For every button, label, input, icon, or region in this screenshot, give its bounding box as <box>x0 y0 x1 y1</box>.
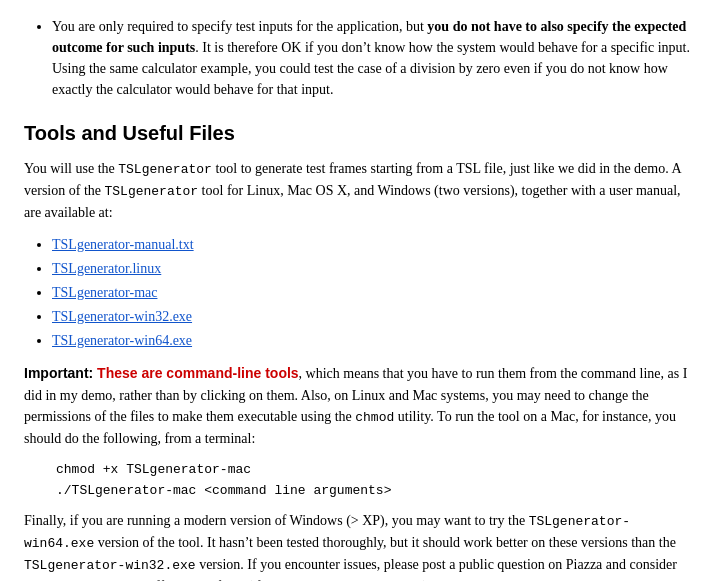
final-part1: Finally, if you are running a modern ver… <box>24 513 529 528</box>
final-paragraph: Finally, if you are running a modern ver… <box>24 510 695 581</box>
final-part2: version of the tool. It hasn’t been test… <box>94 535 676 550</box>
important-label: Important: <box>24 365 97 381</box>
list-item: TSLgenerator-win64.exe <box>52 330 695 351</box>
link-manual[interactable]: TSLgenerator-manual.txt <box>52 237 194 252</box>
chmod-mono: chmod <box>355 410 394 425</box>
code-line-2: ./TSLgenerator-mac <command line argumen… <box>56 481 695 502</box>
tsl-generator-mono-1: TSLgenerator <box>118 162 212 177</box>
tsl-generator-mono-2: TSLgenerator <box>104 184 198 199</box>
list-item: TSLgenerator.linux <box>52 258 695 279</box>
code-block: chmod +x TSLgenerator-mac ./TSLgenerator… <box>56 460 695 502</box>
bullet-section: You are only required to specify test in… <box>24 16 695 100</box>
link-win64[interactable]: TSLgenerator-win64.exe <box>52 333 192 348</box>
link-mac[interactable]: TSLgenerator-mac <box>52 285 157 300</box>
intro-paragraph: You will use the TSLgenerator tool to ge… <box>24 158 695 224</box>
list-item: TSLgenerator-mac <box>52 282 695 303</box>
list-item: TSLgenerator-win32.exe <box>52 306 695 327</box>
intro-part1: You will use the <box>24 161 118 176</box>
list-item: TSLgenerator-manual.txt <box>52 234 695 255</box>
links-list: TSLgenerator-manual.txt TSLgenerator.lin… <box>24 234 695 351</box>
important-red-text: These are command-line tools <box>97 365 299 381</box>
important-paragraph: Important: These are command-line tools,… <box>24 363 695 450</box>
link-win32[interactable]: TSLgenerator-win32.exe <box>52 309 192 324</box>
link-linux[interactable]: TSLgenerator.linux <box>52 261 161 276</box>
bullet-item: You are only required to specify test in… <box>52 16 695 100</box>
code-line-1: chmod +x TSLgenerator-mac <box>56 460 695 481</box>
bullet-text-before-bold: You are only required to specify test in… <box>52 19 427 34</box>
section-heading: Tools and Useful Files <box>24 118 695 148</box>
final-mono2: TSLgenerator-win32.exe <box>24 558 196 573</box>
